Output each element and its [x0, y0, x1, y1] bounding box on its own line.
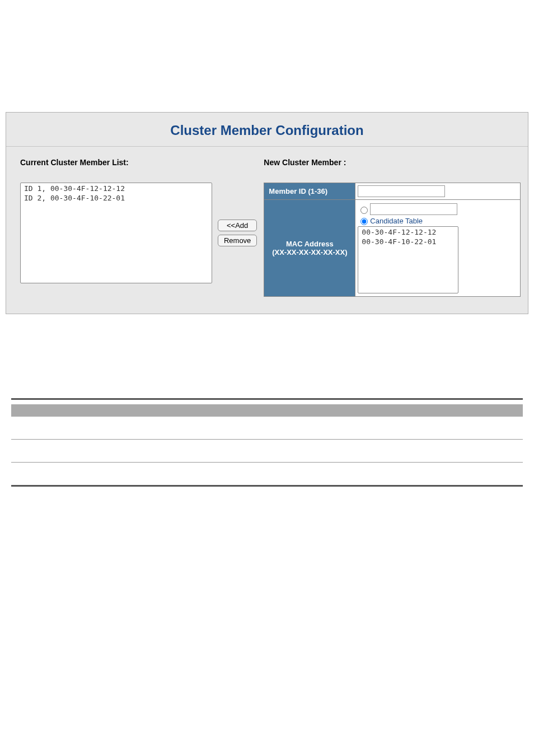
- divider-thick-bottom: [11, 485, 523, 487]
- candidate-table-label: Candidate Table: [370, 217, 423, 225]
- current-list-heading: Current Cluster Member List:: [20, 158, 257, 167]
- current-member-list[interactable]: ID 1, 00-30-4F-12-12-12ID 2, 00-30-4F-10…: [20, 183, 212, 283]
- candidate-table-radio[interactable]: [360, 218, 368, 225]
- remove-button[interactable]: Remove: [218, 235, 257, 246]
- member-list-item[interactable]: ID 1, 00-30-4F-12-12-12: [23, 184, 209, 194]
- add-button[interactable]: <<Add: [218, 220, 257, 231]
- lower-section: [6, 398, 528, 487]
- grey-header-bar: [11, 404, 523, 417]
- panel-title: Cluster Member Configuration: [6, 113, 528, 147]
- divider-thick-top: [11, 398, 523, 400]
- divider-thin-1: [11, 439, 523, 440]
- candidate-list-item[interactable]: 00-30-4F-12-12-12: [360, 228, 456, 237]
- member-id-label: Member ID (1-36): [264, 183, 355, 200]
- candidate-list[interactable]: 00-30-4F-12-12-1200-30-4F-10-22-01: [358, 226, 458, 293]
- mac-address-label: MAC Address (XX-XX-XX-XX-XX-XX): [264, 200, 355, 297]
- new-member-heading: New Cluster Member :: [264, 158, 521, 167]
- candidate-list-item[interactable]: 00-30-4F-10-22-01: [360, 237, 456, 247]
- mac-manual-radio[interactable]: [360, 207, 368, 214]
- cluster-config-panel: Cluster Member Configuration Current Clu…: [6, 112, 528, 314]
- member-list-item[interactable]: ID 2, 00-30-4F-10-22-01: [23, 194, 209, 203]
- mac-address-input[interactable]: [370, 203, 457, 215]
- member-id-input[interactable]: [358, 185, 445, 197]
- divider-thin-2: [11, 462, 523, 463]
